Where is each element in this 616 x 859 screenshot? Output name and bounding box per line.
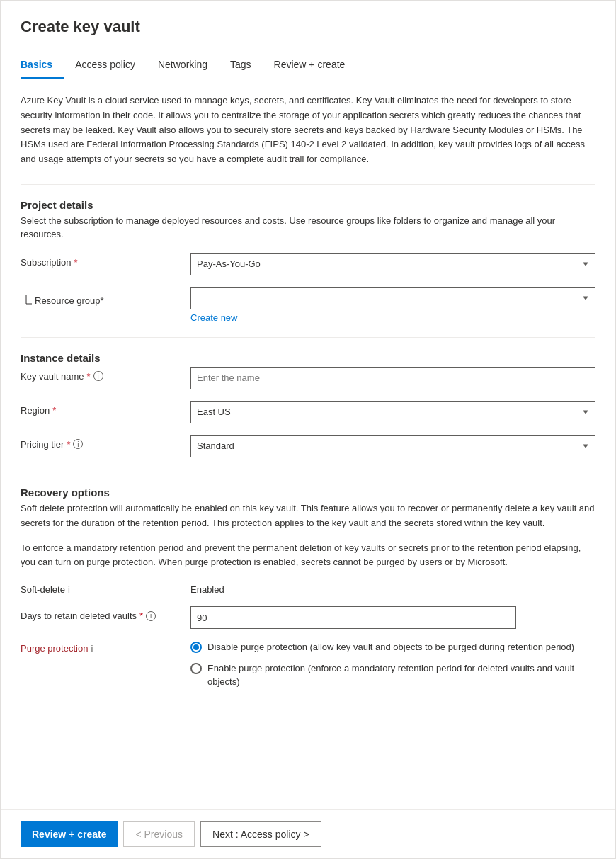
pricing-tier-control: Standard — [190, 435, 595, 457]
days-retain-label-text: Days to retain deleted vaults — [21, 610, 137, 621]
soft-delete-row: Soft-delete i Enabled — [21, 584, 595, 595]
recovery-text-2: To enforce a mandatory retention period … — [21, 541, 595, 571]
soft-delete-label-text: Soft-delete — [21, 584, 65, 595]
previous-button[interactable]: < Previous — [123, 821, 195, 847]
subscription-label: Subscription * — [21, 253, 190, 268]
project-details-subtitle: Select the subscription to manage deploy… — [21, 214, 595, 241]
purge-option-2[interactable]: Enable purge protection (enforce a manda… — [190, 661, 595, 689]
soft-delete-value: Enabled — [190, 584, 224, 595]
tab-networking[interactable]: Networking — [158, 53, 219, 79]
divider-3 — [21, 472, 595, 472]
purge-option-2-label: Enable purge protection (enforce a manda… — [207, 661, 595, 689]
purge-protection-row: Purge protection i Disable purge protect… — [21, 640, 595, 689]
project-details-title: Project details — [21, 199, 595, 211]
description-text: Azure Key Vault is a cloud service used … — [21, 93, 595, 167]
subscription-control: Pay-As-You-Go — [190, 253, 595, 275]
pricing-required: * — [67, 439, 70, 450]
key-vault-name-input[interactable] — [190, 367, 595, 389]
days-retain-label: Days to retain deleted vaults * i — [21, 606, 190, 621]
resource-group-row: Resource group * Create new — [21, 287, 595, 323]
pricing-tier-row: Pricing tier * i Standard — [21, 435, 595, 457]
days-required: * — [139, 610, 143, 621]
subscription-row: Subscription * Pay-As-You-Go — [21, 253, 595, 275]
tab-review-create[interactable]: Review + create — [274, 53, 357, 79]
region-select[interactable]: East US — [190, 401, 595, 423]
recovery-options-title: Recovery options — [21, 487, 595, 499]
resource-group-control: Create new — [190, 287, 595, 323]
days-retain-input[interactable] — [190, 606, 516, 629]
description-content: Azure Key Vault is a cloud service used … — [21, 95, 585, 164]
purge-option-1[interactable]: Disable purge protection (allow key vaul… — [190, 640, 595, 654]
region-label-text: Region — [21, 405, 50, 416]
purge-label-text: Purge protection — [21, 643, 88, 654]
tabs-row: Basics Access policy Networking Tags Rev… — [21, 53, 595, 79]
region-control: East US — [190, 401, 595, 423]
purge-radio-2[interactable] — [190, 663, 202, 674]
subscription-required: * — [74, 257, 78, 268]
subscription-select[interactable]: Pay-As-You-Go — [190, 253, 595, 275]
pricing-tier-label: Pricing tier * i — [21, 435, 190, 450]
resource-group-label-text: Resource group — [35, 291, 101, 306]
key-vault-label-text: Key vault name — [21, 371, 84, 382]
pricing-tier-label-text: Pricing tier — [21, 439, 64, 450]
pricing-tier-select[interactable]: Standard — [190, 435, 595, 457]
purge-option-1-label: Disable purge protection (allow key vaul… — [207, 640, 574, 654]
create-new-link[interactable]: Create new — [190, 312, 237, 323]
recovery-text-1: Soft delete protection will automaticall… — [21, 501, 595, 531]
resource-group-label-area: Resource group * — [21, 287, 190, 312]
pricing-tier-select-wrapper[interactable]: Standard — [190, 435, 595, 457]
days-retain-row: Days to retain deleted vaults * i — [21, 606, 595, 629]
next-button[interactable]: Next : Access policy > — [200, 821, 321, 847]
subscription-select-wrapper[interactable]: Pay-As-You-Go — [190, 253, 595, 275]
purge-radio-options: Disable purge protection (allow key vaul… — [190, 640, 595, 689]
region-select-wrapper[interactable]: East US — [190, 401, 595, 423]
resource-group-required: * — [101, 291, 104, 306]
purge-protection-label: Purge protection i — [21, 640, 190, 654]
purge-radio-1[interactable] — [190, 642, 202, 653]
key-vault-required: * — [87, 371, 91, 382]
instance-details-title: Instance details — [21, 352, 595, 364]
pricing-tier-info-icon[interactable]: i — [73, 439, 83, 449]
region-row: Region * East US — [21, 401, 595, 423]
key-vault-name-control — [190, 367, 595, 389]
bottom-bar: Review + create < Previous Next : Access… — [1, 809, 615, 858]
review-create-button[interactable]: Review + create — [21, 821, 118, 847]
days-retain-info-icon[interactable]: i — [146, 611, 156, 621]
region-label: Region * — [21, 401, 190, 416]
divider-2 — [21, 337, 595, 338]
tab-basics[interactable]: Basics — [21, 53, 64, 79]
resource-group-select-wrapper[interactable] — [190, 287, 595, 309]
key-vault-name-label: Key vault name * i — [21, 367, 190, 382]
key-vault-info-icon[interactable]: i — [93, 371, 103, 381]
tab-access-policy[interactable]: Access policy — [75, 53, 147, 79]
subscription-label-text: Subscription — [21, 257, 72, 268]
region-required: * — [52, 405, 56, 416]
purge-info-icon[interactable]: i — [91, 643, 93, 654]
days-retain-control — [190, 606, 595, 629]
soft-delete-label: Soft-delete i — [21, 584, 190, 595]
key-vault-name-row: Key vault name * i — [21, 367, 595, 389]
soft-delete-info-icon[interactable]: i — [68, 584, 70, 595]
page-title: Create key vault — [21, 18, 595, 36]
resource-group-select[interactable] — [190, 287, 595, 309]
tab-tags[interactable]: Tags — [230, 53, 263, 79]
tree-connector-icon — [21, 295, 32, 312]
divider-1 — [21, 184, 595, 185]
